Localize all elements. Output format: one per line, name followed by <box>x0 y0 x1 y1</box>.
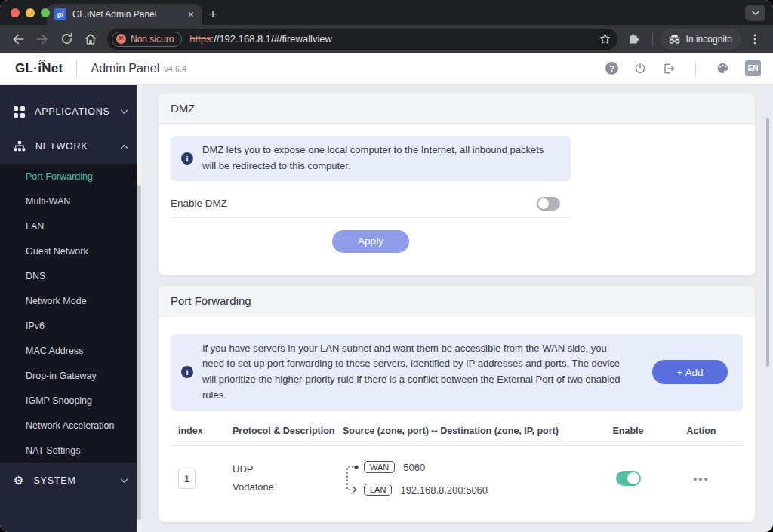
sidebar-item-applications[interactable]: APPLICATIONS <box>0 94 142 129</box>
incognito-label: In incognito <box>686 34 732 45</box>
flow-connector-icon <box>343 460 362 497</box>
home-button[interactable] <box>80 29 101 50</box>
minimize-window-button[interactable] <box>26 8 35 17</box>
browser-window: gl GL.iNet Admin Panel × + ✕ Non sicuro … <box>0 0 773 532</box>
url-scheme: https <box>189 33 211 45</box>
reload-icon <box>60 32 74 46</box>
submenu-item-network-acceleration[interactable]: Network Acceleration <box>0 413 142 438</box>
chevron-down-icon <box>751 10 760 16</box>
rule-actions-button[interactable]: ••• <box>660 472 743 485</box>
security-badge[interactable]: ✕ Non sicuro <box>112 32 182 47</box>
logout-icon <box>662 62 676 75</box>
tab-search-button[interactable] <box>745 5 765 21</box>
submenu-item-guest-network[interactable]: Guest Network <box>0 238 142 263</box>
back-arrow-icon <box>11 32 26 47</box>
palette-icon <box>716 61 730 75</box>
main-area: APPLICATIONS NETWORK Port Forwar <box>0 85 773 532</box>
toolbar-separator <box>652 32 653 46</box>
submenu-item-igmp-snooping[interactable]: IGMP Snooping <box>0 388 142 413</box>
sidebar-sections: APPLICATIONS NETWORK <box>0 85 142 164</box>
submenu-item-network-mode[interactable]: Network Mode <box>0 288 142 313</box>
header-actions-divider <box>695 62 696 75</box>
tab-close-icon[interactable]: × <box>186 9 196 20</box>
apply-button[interactable]: Apply <box>332 230 409 253</box>
submenu-item-drop-in-gateway[interactable]: Drop-in Gateway <box>0 363 142 388</box>
rule-index: 1 <box>178 469 196 489</box>
rule-enable-toggle[interactable] <box>616 471 641 486</box>
port-forwarding-card: Port Forwarding i If you have servers in… <box>159 286 755 522</box>
address-bar[interactable]: ✕ Non sicuro https://192.168.8.1/#/firew… <box>107 29 617 50</box>
language-selector[interactable]: EN <box>745 60 761 76</box>
source-zone-badge: WAN <box>364 461 395 473</box>
submenu-item-mac-address[interactable]: MAC Address <box>0 338 142 363</box>
url-text[interactable]: https://192.168.8.1/#/firewallview <box>189 33 332 45</box>
not-secure-icon: ✕ <box>116 34 126 44</box>
submenu-item-nat-settings[interactable]: NAT Settings <box>0 438 142 463</box>
chevron-down-icon <box>120 109 128 115</box>
browser-menu-button[interactable] <box>744 29 765 50</box>
column-header-index: index <box>171 426 233 445</box>
bookmark-button[interactable] <box>599 32 611 45</box>
sidebar-item-label: APPLICATIONS <box>35 106 110 117</box>
incognito-indicator: In incognito <box>661 29 741 50</box>
new-tab-button[interactable]: + <box>202 4 223 25</box>
dmz-info-text: DMZ lets you to expose one local compute… <box>202 143 560 174</box>
help-icon[interactable]: ? <box>605 62 618 75</box>
table-row: 1 UDP Vodafone <box>171 446 743 509</box>
submenu-item-multi-wan[interactable]: Multi-WAN <box>0 189 142 214</box>
logout-button[interactable] <box>662 62 676 75</box>
rule-flow: WAN 5060 LAN 192.168.8.200:5060 <box>343 460 596 498</box>
browser-tab[interactable]: gl GL.iNet Admin Panel × <box>47 4 202 25</box>
extensions-button[interactable] <box>624 29 645 50</box>
page-scrollbar-thumb[interactable] <box>766 118 769 367</box>
submenu-item-port-forwarding[interactable]: Port Forwarding <box>0 164 142 189</box>
theme-button[interactable] <box>716 61 730 75</box>
destination-zone-badge: LAN <box>364 484 392 496</box>
toggle-knob <box>627 472 639 484</box>
add-rule-button[interactable]: + Add <box>652 360 728 384</box>
chevron-up-icon <box>120 144 128 149</box>
chevron-down-icon <box>120 478 128 484</box>
submenu-item-dns[interactable]: DNS <box>0 263 142 288</box>
page-title: Admin Panel <box>91 62 159 75</box>
sidebar-item-label: NETWORK <box>35 141 110 152</box>
browser-toolbar: ✕ Non sicuro https://192.168.8.1/#/firew… <box>0 25 773 53</box>
column-header-source-destination: Source (zone, port) -- Destination (zone… <box>343 426 596 445</box>
sidebar-item-system[interactable]: ⚙ SYSTEM <box>0 463 142 499</box>
rule-description: Vodafone <box>233 478 343 497</box>
tab-title: GL.iNet Admin Panel <box>72 9 180 20</box>
reboot-button[interactable] <box>633 62 647 75</box>
submenu-item-ipv6[interactable]: IPv6 <box>0 313 142 338</box>
forward-button[interactable] <box>32 29 53 50</box>
kebab-menu-icon <box>749 33 761 45</box>
power-icon <box>633 62 647 75</box>
zoom-window-button[interactable] <box>41 8 50 17</box>
enable-dmz-label: Enable DMZ <box>171 198 227 209</box>
security-badge-label: Non sicuro <box>131 34 174 45</box>
tab-strip: gl GL.iNet Admin Panel × + <box>0 0 773 25</box>
reload-button[interactable] <box>56 29 77 50</box>
toggle-knob <box>538 198 549 209</box>
sidebar: APPLICATIONS NETWORK Port Forwar <box>0 85 142 532</box>
source-port: 5060 <box>403 462 425 473</box>
app-header: GL·iNet Admin Panel v4.6.4 ? EN <box>0 53 773 85</box>
window-controls <box>0 0 60 25</box>
sidebar-item-label: SYSTEM <box>33 475 110 486</box>
sidebar-scrollbar-thumb[interactable] <box>137 185 141 520</box>
enable-dmz-toggle[interactable] <box>537 197 560 211</box>
dmz-card: DMZ i DMZ lets you to expose one local c… <box>159 94 755 275</box>
destination-address: 192.168.8.200:5060 <box>400 484 488 496</box>
port-forwarding-table: index Protocol & Description Source (zon… <box>171 426 743 509</box>
content-area: DMZ i DMZ lets you to expose one local c… <box>142 85 773 532</box>
home-icon <box>83 32 98 47</box>
sidebar-item-network[interactable]: NETWORK <box>0 129 142 164</box>
port-forwarding-info-text: If you have servers in your LAN subnet a… <box>202 341 631 404</box>
back-button[interactable] <box>8 29 29 50</box>
enable-dmz-row: Enable DMZ <box>171 190 571 217</box>
glinet-logo: GL·iNet <box>15 61 63 76</box>
port-forwarding-info-box: i If you have servers in your LAN subnet… <box>171 334 743 411</box>
column-header-protocol: Protocol & Description <box>233 426 343 445</box>
gear-icon: ⚙ <box>14 475 23 487</box>
close-window-button[interactable] <box>11 8 20 17</box>
submenu-item-lan[interactable]: LAN <box>0 214 142 238</box>
